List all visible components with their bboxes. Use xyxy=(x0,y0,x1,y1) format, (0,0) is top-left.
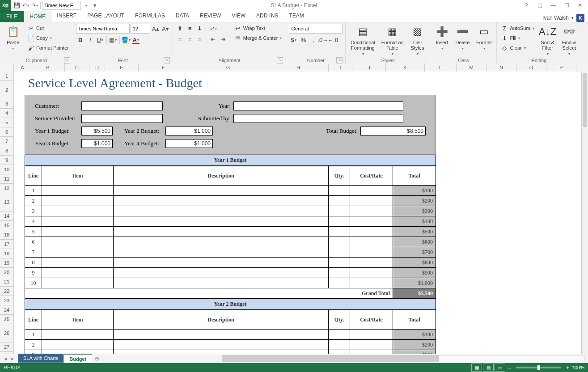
row-header[interactable]: 10 xyxy=(0,165,13,174)
row-header[interactable]: 11 xyxy=(0,174,13,184)
row-header[interactable]: 1 xyxy=(0,72,13,81)
zoom-level[interactable]: 100% xyxy=(572,365,584,370)
font-name-combo[interactable] xyxy=(76,24,130,34)
border-icon[interactable]: ▦▾ xyxy=(109,35,118,44)
row-header[interactable]: 8 xyxy=(0,146,13,156)
row-header[interactable]: 6 xyxy=(0,127,13,137)
col-header[interactable]: I xyxy=(329,63,352,72)
wrap-text-button[interactable]: ↩Wrap Text xyxy=(233,24,283,33)
y4-value[interactable]: $1,000 xyxy=(165,139,213,148)
row-header[interactable]: 13 xyxy=(0,193,13,211)
decrease-decimal-icon[interactable]: ←.0 xyxy=(328,35,337,44)
align-top-icon[interactable]: ⬆ xyxy=(176,24,185,33)
format-cells-button[interactable]: ▭Format▾ xyxy=(474,24,494,51)
col-header[interactable]: J xyxy=(352,63,386,72)
font-launcher-icon[interactable]: ↘ xyxy=(164,57,170,63)
row-header[interactable]: 4 xyxy=(0,109,13,118)
row-header[interactable]: 24 xyxy=(0,305,13,315)
cut-button[interactable]: ✂Cut xyxy=(26,24,70,33)
merge-center-button[interactable]: ▤Merge & Center ▾ xyxy=(233,34,283,42)
row-header[interactable]: 21 xyxy=(0,277,13,287)
row-header[interactable]: 22 xyxy=(0,287,13,296)
align-left-icon[interactable]: ≡ xyxy=(176,34,185,43)
col-header[interactable]: F xyxy=(139,63,188,72)
clipboard-launcher-icon[interactable]: ↘ xyxy=(64,57,70,63)
format-painter-button[interactable]: 🖌Format Painter xyxy=(26,43,70,52)
col-header[interactable]: K xyxy=(386,63,425,72)
table-row[interactable]: 4$400 xyxy=(25,216,436,227)
italic-icon[interactable]: I xyxy=(86,35,95,44)
number-format-combo[interactable] xyxy=(289,24,343,34)
row-header[interactable]: 25 xyxy=(0,315,13,324)
accounting-icon[interactable]: $▾ xyxy=(289,35,298,44)
col-header[interactable]: A xyxy=(14,63,31,72)
table-row[interactable]: 3$300 xyxy=(25,206,436,216)
ribbon-tab-insert[interactable]: INSERT xyxy=(51,10,82,21)
fill-button[interactable]: ⬇Fill ▾ xyxy=(499,34,535,42)
redo-icon[interactable]: ↷▾ xyxy=(30,1,38,9)
new-sheet-icon[interactable]: ⊕ xyxy=(92,355,102,362)
table-row[interactable]: 6$600 xyxy=(25,237,436,247)
col-header[interactable]: B xyxy=(31,63,65,72)
col-header[interactable]: E xyxy=(105,63,139,72)
sheet-tab[interactable]: SLA with Charts xyxy=(18,354,64,363)
underline-icon[interactable]: U▾ xyxy=(96,35,105,44)
table-row[interactable]: 10$1,000 xyxy=(25,278,436,288)
align-right-icon[interactable]: ≡ xyxy=(195,34,204,43)
row-header[interactable]: 18 xyxy=(0,249,13,258)
comma-icon[interactable]: , xyxy=(309,35,317,44)
page-break-view-icon[interactable]: ▭ xyxy=(495,364,505,372)
qat-dropdown-icon[interactable]: ▾ xyxy=(82,1,90,9)
qat-customize-icon[interactable]: ▾ xyxy=(91,1,99,9)
row-header[interactable]: 23 xyxy=(0,296,13,305)
row-header[interactable]: 15 xyxy=(0,221,13,230)
page-layout-view-icon[interactable]: ▤ xyxy=(483,364,494,372)
customer-field[interactable] xyxy=(81,101,163,110)
row-header[interactable]: 20 xyxy=(0,268,13,277)
conditional-formatting-button[interactable]: ▤ConditionalFormatting▾ xyxy=(348,24,377,57)
table-row[interactable]: 5$500 xyxy=(25,227,436,237)
col-header[interactable]: D xyxy=(89,63,105,72)
row-header[interactable]: 16 xyxy=(0,230,13,240)
find-select-button[interactable]: 👓Find &Select▾ xyxy=(560,24,579,57)
zoom-slider[interactable] xyxy=(516,367,561,368)
alignment-launcher-icon[interactable]: ↘ xyxy=(277,57,283,63)
row-header[interactable]: 7 xyxy=(0,137,13,146)
ribbon-tab-view[interactable]: VIEW xyxy=(226,10,251,21)
close-icon[interactable]: ✕ xyxy=(574,1,586,10)
align-middle-icon[interactable]: ≡ xyxy=(186,24,195,33)
cell-styles-button[interactable]: ▧CellStyles▾ xyxy=(407,24,427,57)
shrink-font-icon[interactable]: A▾ xyxy=(161,24,170,33)
year-field[interactable] xyxy=(233,101,403,110)
account-area[interactable]: Ivan Walsh ▾ K xyxy=(539,14,588,22)
zoom-out-icon[interactable]: – xyxy=(508,365,511,370)
decrease-indent-icon[interactable]: ⇤ xyxy=(209,34,218,43)
row-header[interactable]: 12 xyxy=(0,184,13,193)
col-header[interactable]: G xyxy=(188,63,268,72)
row-header[interactable]: 26 xyxy=(0,324,13,342)
grow-font-icon[interactable]: A▴ xyxy=(151,24,160,33)
col-header[interactable]: L xyxy=(425,63,457,72)
tab-nav-first-icon[interactable]: ◂ xyxy=(2,355,9,362)
col-header[interactable]: P xyxy=(546,63,576,72)
align-center-icon[interactable]: ≡ xyxy=(186,34,195,43)
autosum-button[interactable]: ΣAutoSum ▾ xyxy=(499,24,535,33)
file-tab[interactable]: FILE xyxy=(0,11,24,22)
horizontal-scrollbar[interactable] xyxy=(222,355,584,362)
col-header[interactable]: N xyxy=(486,63,516,72)
col-header[interactable]: O xyxy=(516,63,546,72)
row-header[interactable]: 3 xyxy=(0,99,13,109)
increase-decimal-icon[interactable]: .0→ xyxy=(318,35,327,44)
row-header[interactable]: 14 xyxy=(0,211,13,221)
undo-icon[interactable]: ↶▾ xyxy=(21,1,30,9)
format-as-table-button[interactable]: ▦Format asTable▾ xyxy=(380,24,405,57)
col-header[interactable]: C xyxy=(65,63,89,72)
tab-nav-last-icon[interactable]: ▸ xyxy=(9,355,16,362)
row-header[interactable]: 2 xyxy=(0,81,13,99)
row-header[interactable]: 9 xyxy=(0,156,13,165)
help-icon[interactable]: ? xyxy=(520,1,533,10)
fill-color-icon[interactable]: 🪣▾ xyxy=(122,35,131,44)
table-row[interactable]: 1$100 xyxy=(25,186,436,196)
sort-filter-button[interactable]: A↓ZSort &Filter▾ xyxy=(538,24,557,57)
font-size-combo[interactable] xyxy=(131,24,150,34)
